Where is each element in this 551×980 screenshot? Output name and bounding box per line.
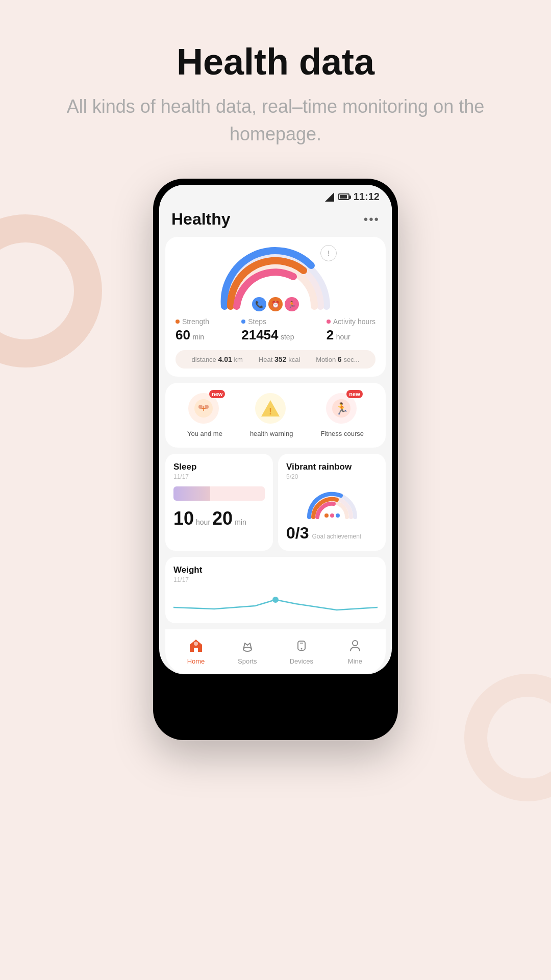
sleep-bar-light (210, 486, 265, 501)
devices-label: Devices (290, 657, 313, 665)
stat-steps: Steps 21454 step (241, 317, 294, 343)
svg-point-11 (336, 513, 340, 518)
health-warning-icon: ! (260, 398, 281, 419)
nav-mine[interactable]: Mine (346, 636, 364, 665)
weight-chart-svg (173, 590, 378, 615)
page-subtitle: All kinds of health data, real–time moni… (0, 93, 551, 148)
weight-chart (173, 590, 378, 615)
motion-metric: Motion 6 sec... (316, 355, 359, 363)
sleep-bar-deep (173, 486, 210, 501)
app-header: Healthy ••• (159, 206, 392, 237)
svg-point-10 (330, 513, 334, 518)
nav-home[interactable]: Home (187, 636, 205, 665)
svg-point-13 (194, 642, 198, 646)
stat-activity: Activity hours 2 hour (327, 317, 375, 343)
nav-devices[interactable]: Devices (290, 636, 313, 665)
bottom-nav: Home Sports (165, 629, 386, 674)
svg-text:🏃: 🏃 (334, 402, 348, 415)
battery-icon (338, 193, 349, 200)
nav-sports[interactable]: Sports (238, 636, 257, 665)
svg-point-14 (243, 647, 252, 651)
data-cards-grid: Sleep 11/17 10 hour 20 min Vibrant rainb… (165, 454, 386, 551)
signal-icon (325, 192, 334, 202)
svg-point-4 (205, 405, 209, 409)
weight-card[interactable]: Weight 11/17 (165, 557, 386, 623)
feature-fitness-course[interactable]: 🏃 new Fitness course (320, 393, 364, 437)
more-button[interactable]: ••• (364, 212, 380, 227)
strength-icon: ⏰ (268, 297, 283, 311)
sleep-title: Sleep (173, 462, 265, 472)
activity-icon: 🏃 (285, 297, 299, 311)
activity-card: ! 📞 ⏰ 🏃 (165, 237, 386, 377)
svg-point-18 (353, 641, 358, 646)
mine-label: Mine (348, 657, 362, 665)
svg-point-9 (324, 513, 329, 518)
metrics-bar: distance 4.01 km Heat 352 kcal Motion 6 … (176, 350, 375, 369)
strength-dot (176, 320, 180, 324)
activity-gauge: ! 📞 ⏰ 🏃 (214, 245, 337, 311)
heat-metric: Heat 352 kcal (259, 355, 300, 363)
svg-point-12 (272, 597, 279, 603)
page-title: Health data (177, 41, 374, 83)
sleep-card[interactable]: Sleep 11/17 10 hour 20 min (165, 454, 273, 551)
mini-gauge (286, 486, 378, 520)
home-icon (187, 636, 205, 655)
rainbow-date: 5/20 (286, 473, 378, 480)
app-title: Healthy (171, 210, 231, 229)
sleep-time: 10 hour 20 min (173, 508, 265, 529)
fitness-course-label: Fitness course (320, 430, 364, 437)
you-and-me-label: You and me (187, 430, 222, 437)
svg-point-3 (198, 405, 203, 409)
devices-icon (292, 636, 311, 655)
sleep-date: 11/17 (173, 473, 265, 480)
status-bar: 11:12 (159, 185, 392, 206)
weight-date: 11/17 (173, 576, 378, 583)
steps-dot (241, 320, 245, 324)
home-label: Home (187, 657, 205, 665)
stats-row: Strength 60 min Steps 21454 step (176, 317, 375, 343)
phone-screen: 11:12 Healthy ••• ! (159, 185, 392, 674)
mine-icon (346, 636, 364, 655)
weight-title: Weight (173, 565, 378, 575)
achievement-row: 0/3 Goal achievement (286, 524, 378, 543)
steps-icon: 📞 (252, 297, 266, 311)
distance-metric: distance 4.01 km (191, 355, 243, 363)
you-and-me-new-badge: new (209, 390, 225, 398)
phone-frame: 11:12 Healthy ••• ! (153, 179, 398, 740)
svg-point-16 (300, 648, 302, 650)
mini-gauge-svg (304, 486, 360, 520)
sports-label: Sports (238, 657, 257, 665)
rainbow-title: Vibrant rainbow (286, 462, 378, 472)
stat-strength: Strength 60 min (176, 317, 209, 343)
rainbow-card[interactable]: Vibrant rainbow 5/20 (278, 454, 386, 551)
health-warning-label: health warning (250, 430, 293, 437)
you-and-me-icon: + (193, 398, 214, 419)
svg-marker-0 (325, 192, 334, 202)
status-time: 11:12 (354, 191, 380, 203)
features-card: + new You and me ! (165, 383, 386, 448)
deco-ring-left (0, 214, 102, 368)
feature-you-and-me[interactable]: + new You and me (187, 393, 222, 437)
activity-dot (327, 320, 331, 324)
sleep-bar (173, 486, 265, 501)
fitness-course-icon: 🏃 (331, 398, 352, 419)
gauge-icons: 📞 ⏰ 🏃 (252, 297, 299, 311)
info-button[interactable]: ! (320, 245, 337, 261)
deco-ring-right (464, 674, 551, 801)
svg-text:!: ! (269, 406, 272, 416)
fitness-new-badge: new (346, 390, 362, 398)
feature-health-warning[interactable]: ! health warning (250, 393, 293, 437)
sports-icon (238, 636, 257, 655)
